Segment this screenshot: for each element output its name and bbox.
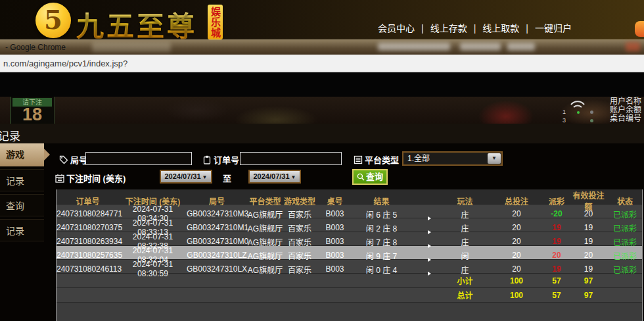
nav-online-withdraw[interactable]: 线上取款 [482,23,519,34]
total-valid: 97 [570,291,607,300]
chevron-down-icon: ▼ [291,174,296,180]
total-bet: 100 [490,291,543,300]
blurred-text [378,43,450,51]
order-number-label: 订单号 [202,153,239,166]
indicator-dot [590,111,593,114]
clipboard-icon [202,155,212,164]
live-video-banner: 请下注 18 1 3 用户名称 账户余额 桌台编号 [0,97,644,124]
browser-urlbar[interactable]: n.com/agingame/pcv1/index.jsp? [0,55,644,72]
total-row: 总计 100 57 97 [57,287,642,302]
subtotal-label: 小计 [440,275,490,286]
table-row-selected[interactable]: 2407310802576352024-07-31 08:32:04GB0032… [57,245,642,259]
col-valid: 有效投注额 [570,189,607,212]
sidebar-item-records[interactable]: 记录 [0,169,44,191]
table-number-label: 桌台编号 [610,114,644,123]
page-title: 记录 [0,127,20,143]
blurred-text [460,43,501,51]
nav-one-key-transfer[interactable]: 一键归户 [535,23,572,34]
sidebar-item-query[interactable]: 查询 [0,194,44,216]
date-to-value: 2024/07/31 [254,172,290,180]
platform-type-value: 1.全部 [407,154,430,163]
logo-glyph: 5 [35,4,71,35]
search-icon [357,173,365,181]
total-label: 总计 [440,289,490,301]
page-title-bar: 记录 [0,124,644,143]
blurred-text [507,43,535,51]
indicator-number: 3 [563,117,566,124]
col-table: 桌号 [316,195,354,207]
window-title: - Google Chrome [5,43,66,52]
to-label: 至 [223,172,231,184]
table-header-row: 订单号 下注时间 (美东) 局号 平台类型 游戏类型 桌号 结果 玩法 总投注 … [57,189,642,204]
sidebar-item-records-2[interactable]: 记录 [0,219,44,241]
subtotal-valid: 97 [570,276,607,285]
list-icon [354,155,363,164]
blurred-ornament [92,42,171,52]
bet-countdown: 18 [11,105,54,124]
bet-time-label: 下注时间 (美东) [55,172,126,184]
top-nav: 会员中心|线上存款|线上取款|一键归户 [378,21,572,34]
date-from-value: 2024/07/31 [165,172,201,180]
col-payout: 派彩 [543,195,570,207]
order-number-input[interactable] [240,152,342,165]
brand-badge: 娱乐城 [208,5,223,39]
bet-timer-panel: 请下注 18 [10,97,55,124]
url-text[interactable]: n.com/agingame/pcv1/index.jsp? [3,59,127,68]
sidebar: 游戏 记录 查询 记录 [0,143,44,321]
platform-type-label: 平台类型 [354,153,399,166]
round-number-input[interactable] [85,152,192,165]
table-empty-area [57,302,642,321]
date-from-picker[interactable]: 2024/07/31▼ [160,170,212,184]
table-row[interactable]: 2407310802639342024-07-31 08:32:38GB0032… [57,232,642,245]
col-round: 局号 [187,195,247,207]
nav-separator: | [526,23,528,34]
browser-titlebar: - Google Chrome [0,39,644,55]
col-status: 状态 [607,195,643,207]
brand-header: 5 九五至尊 娱乐城 会员中心|线上存款|线上取款|一键归户 [0,0,644,39]
spacer-band [0,72,644,97]
sidebar-item-games[interactable]: 游戏 [0,143,44,166]
col-bet: 总投注 [490,195,543,207]
search-button[interactable]: 查询 [352,169,388,185]
indicator-dot [590,119,593,122]
tag-icon [59,155,68,164]
sidebar-item-label: 记录 [6,176,24,186]
col-play: 玩法 [440,195,490,207]
side-floating-tab[interactable] [635,21,644,37]
chevron-down-icon: ▼ [202,174,208,180]
col-order: 订单号 [57,195,119,207]
nav-member-center[interactable]: 会员中心 [378,23,415,34]
nav-separator: | [474,23,476,34]
sidebar-item-label: 记录 [6,226,24,236]
indicator-number: 1 [563,109,566,115]
player-info-labels: 用户名称 账户余额 桌台编号 [610,97,644,123]
brand-logo-icon: 5 [35,3,71,38]
col-game: 游戏类型 [283,195,316,207]
sidebar-item-label: 游戏 [6,149,24,160]
table-row[interactable]: 2407310802461132024-07-31 08:30:59GB0032… [57,259,642,273]
platform-type-select[interactable]: 1.全部 ▼ [402,151,503,166]
col-platform: 平台类型 [247,195,283,207]
calendar-icon [55,174,64,183]
date-to-picker[interactable]: 2024/07/31▼ [248,170,301,184]
sidebar-item-label: 查询 [6,201,24,211]
betting-records-page: 5 九五至尊 娱乐城 会员中心|线上存款|线上取款|一键归户 - Google … [0,0,644,321]
blurred-icon [626,42,640,51]
nav-separator: | [421,23,424,34]
total-payout: 57 [543,291,570,300]
nav-online-deposit[interactable]: 线上存款 [430,23,467,34]
brand-name: 九五至尊 [76,4,197,44]
round-number-label: 局号 [59,153,87,166]
chevron-down-icon[interactable]: ▼ [488,153,501,164]
col-result: 结果 [354,195,409,207]
wifi-status-dot [577,111,580,114]
subtotal-payout: 57 [543,276,570,285]
records-table: 订单号 下注时间 (美东) 局号 平台类型 游戏类型 桌号 结果 玩法 总投注 … [56,189,643,321]
subtotal-bet: 100 [490,276,543,285]
table-row[interactable]: 2407310802703752024-07-31 08:33:13GB0032… [57,218,642,232]
